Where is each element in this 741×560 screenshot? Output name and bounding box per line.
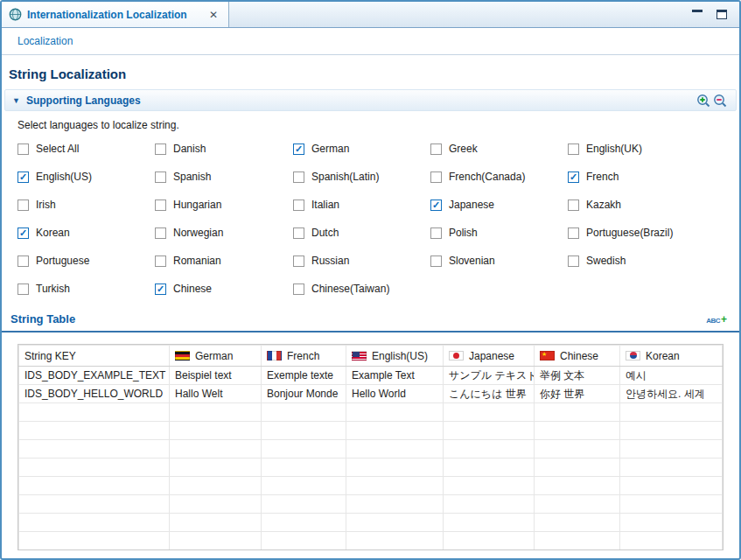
checkbox-unchecked[interactable] (155, 200, 166, 211)
language-option-german[interactable]: ✓German (293, 135, 430, 163)
checkbox-unchecked[interactable] (155, 228, 166, 239)
string-cell[interactable] (19, 477, 170, 495)
checkbox-checked[interactable]: ✓ (430, 200, 442, 211)
string-cell[interactable] (19, 514, 170, 532)
add-language-icon[interactable] (696, 93, 712, 108)
string-cell[interactable]: Example Text (346, 367, 444, 385)
string-cell[interactable]: 举例 文本 (535, 367, 620, 385)
string-cell[interactable] (620, 422, 723, 440)
string-cell[interactable] (262, 514, 346, 532)
string-cell[interactable]: こんにちは 世界 (444, 385, 535, 403)
checkbox-checked[interactable]: ✓ (17, 172, 29, 183)
string-cell[interactable]: IDS_BODY_HELLO_WORLD (19, 385, 170, 403)
string-cell[interactable] (170, 440, 262, 458)
checkbox-unchecked[interactable] (430, 144, 442, 155)
language-option-swedish[interactable]: Swedish (568, 247, 739, 275)
string-cell[interactable] (346, 477, 444, 495)
string-cell[interactable] (262, 532, 346, 550)
language-option-hungarian[interactable]: Hungarian (155, 191, 293, 219)
string-cell[interactable] (620, 403, 723, 422)
checkbox-unchecked[interactable] (568, 228, 579, 239)
language-option-turkish[interactable]: Turkish (17, 275, 155, 303)
checkbox-unchecked[interactable] (155, 144, 166, 155)
string-cell[interactable] (19, 458, 170, 477)
checkbox-unchecked[interactable] (155, 256, 166, 267)
tab-internationalization-localization[interactable]: Internationalization Localization ✕ (2, 2, 229, 27)
checkbox-unchecked[interactable] (293, 228, 304, 239)
string-cell[interactable] (620, 458, 723, 477)
string-cell[interactable] (262, 477, 346, 495)
string-cell[interactable] (620, 477, 723, 495)
checkbox-unchecked[interactable] (293, 284, 304, 295)
checkbox-checked[interactable]: ✓ (155, 284, 166, 295)
string-cell[interactable] (620, 440, 723, 458)
language-option-kazakh[interactable]: Kazakh (568, 191, 739, 219)
string-cell[interactable] (19, 440, 170, 458)
string-cell[interactable] (444, 514, 535, 532)
language-option-french-canada[interactable]: French(Canada) (430, 163, 568, 191)
checkbox-checked[interactable]: ✓ (293, 144, 304, 155)
string-cell[interactable] (444, 422, 535, 440)
string-cell[interactable] (346, 422, 444, 440)
language-option-spanish-latin[interactable]: Spanish(Latin) (293, 163, 430, 191)
language-option-spanish[interactable]: Spanish (155, 163, 293, 191)
string-cell[interactable] (444, 403, 535, 422)
string-cell[interactable] (262, 495, 346, 514)
string-cell[interactable] (346, 403, 444, 422)
checkbox-unchecked[interactable] (430, 172, 442, 183)
checkbox-unchecked[interactable] (430, 256, 442, 267)
string-cell[interactable] (262, 422, 346, 440)
string-cell[interactable] (620, 495, 723, 514)
string-cell[interactable]: Hallo Welt (170, 385, 262, 403)
string-cell[interactable] (535, 514, 620, 532)
string-cell[interactable]: サンプル テキスト (444, 367, 535, 385)
string-cell[interactable] (444, 440, 535, 458)
language-option-french[interactable]: ✓French (568, 163, 739, 191)
string-cell[interactable] (262, 440, 346, 458)
checkbox-unchecked[interactable] (17, 284, 29, 295)
language-option-romanian[interactable]: Romanian (155, 247, 293, 275)
language-option-russian[interactable]: Russian (293, 247, 430, 275)
checkbox-unchecked[interactable] (293, 172, 304, 183)
language-option-danish[interactable]: Danish (155, 135, 293, 163)
string-cell[interactable]: Exemple texte (262, 367, 346, 385)
string-cell[interactable] (444, 532, 535, 550)
checkbox-unchecked[interactable] (17, 144, 29, 155)
string-cell[interactable] (535, 403, 620, 422)
string-cell[interactable]: Beispiel text (170, 367, 262, 385)
string-cell[interactable] (535, 495, 620, 514)
checkbox-unchecked[interactable] (293, 200, 304, 211)
string-cell[interactable] (170, 403, 262, 422)
string-cell[interactable] (170, 477, 262, 495)
string-cell[interactable] (19, 532, 170, 550)
string-cell[interactable] (444, 458, 535, 477)
language-option-portuguese-brazil[interactable]: Portuguese(Brazil) (568, 219, 739, 247)
string-cell[interactable]: Bonjour Monde (262, 385, 346, 403)
language-option-japanese[interactable]: ✓Japanese (430, 191, 568, 219)
language-option-korean[interactable]: ✓Korean (17, 219, 155, 247)
breadcrumb-localization[interactable]: Localization (17, 35, 73, 47)
language-option-english-uk[interactable]: English(UK) (568, 135, 739, 163)
string-cell[interactable] (620, 532, 723, 550)
string-cell[interactable] (620, 514, 723, 532)
language-option-dutch[interactable]: Dutch (293, 219, 430, 247)
language-option-slovenian[interactable]: Slovenian (430, 247, 568, 275)
string-cell[interactable]: 你好 世界 (535, 385, 620, 403)
string-cell[interactable] (346, 532, 444, 550)
string-cell[interactable] (170, 422, 262, 440)
checkbox-checked[interactable]: ✓ (17, 228, 29, 239)
string-cell[interactable]: 예시 (620, 367, 723, 385)
string-cell[interactable] (170, 532, 262, 550)
supporting-languages-header[interactable]: ▼ Supporting Languages (4, 89, 737, 111)
string-cell[interactable] (19, 495, 170, 514)
string-cell[interactable]: 안녕하세요. 세계 (620, 385, 723, 403)
language-option-greek[interactable]: Greek (430, 135, 568, 163)
maximize-icon[interactable] (717, 10, 727, 19)
checkbox-unchecked[interactable] (17, 200, 29, 211)
minimize-icon[interactable] (692, 10, 703, 12)
language-option-italian[interactable]: Italian (293, 191, 430, 219)
checkbox-unchecked[interactable] (293, 256, 304, 267)
language-option-chinese-taiwan[interactable]: Chinese(Taiwan) (293, 275, 430, 303)
string-cell[interactable] (262, 458, 346, 477)
checkbox-unchecked[interactable] (568, 256, 579, 267)
